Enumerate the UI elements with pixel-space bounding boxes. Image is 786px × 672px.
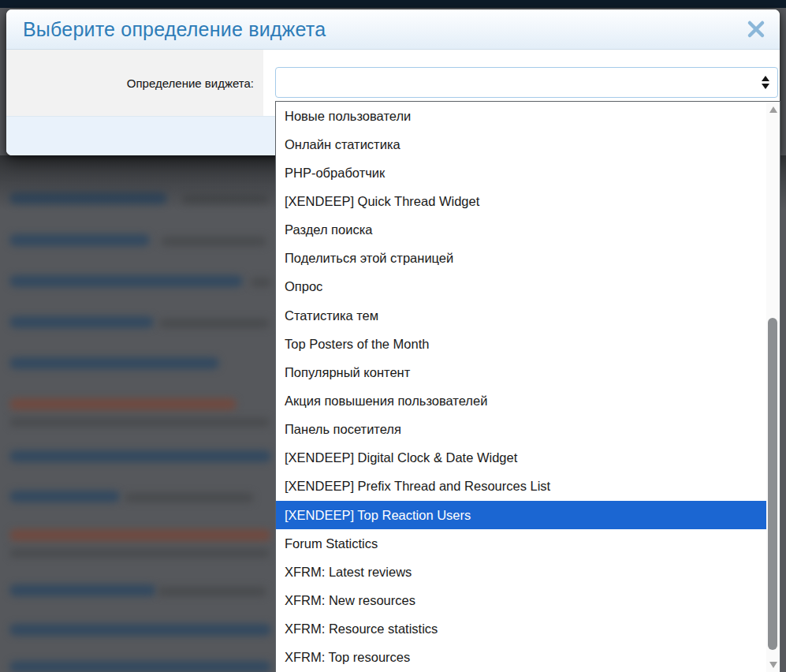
blurred-background-text	[9, 398, 237, 410]
blurred-background-text	[9, 624, 271, 636]
dropdown-option[interactable]: Статистика тем	[276, 301, 766, 330]
blurred-background-text	[159, 319, 270, 328]
widget-options-list: Новые пользователиОнлайн статистикаPHP-о…	[276, 102, 766, 672]
dropdown-option[interactable]: XFRM: Resource statistics	[276, 615, 766, 644]
blurred-background-text	[9, 529, 271, 541]
widget-definition-label: Определение виджета:	[127, 77, 254, 90]
blurred-background-text	[161, 237, 266, 246]
blurred-background-text	[181, 195, 270, 204]
blurred-background-text	[9, 491, 120, 502]
widget-definition-select[interactable]	[275, 67, 778, 98]
modal-title: Выберите определение виджета	[6, 18, 326, 41]
scroll-up-button[interactable]	[766, 103, 780, 116]
dropdown-option[interactable]: Популярный контент	[276, 358, 766, 386]
dropdown-option[interactable]: PHP-обработчик	[276, 159, 766, 187]
scroll-down-icon	[769, 662, 777, 668]
blurred-background-text	[9, 316, 154, 328]
form-label-cell: Определение виджета:	[6, 50, 263, 117]
close-icon	[747, 20, 766, 39]
blurred-background-text	[9, 357, 219, 369]
modal-header: Выберите определение виджета	[6, 9, 780, 50]
dropdown-option[interactable]: [XENDEEP] Digital Clock & Date Widget	[276, 444, 766, 472]
widget-definition-listbox: Новые пользователиОнлайн статистикаPHP-о…	[275, 101, 780, 672]
blurred-background-text	[9, 661, 271, 672]
blurred-background-text	[9, 234, 150, 246]
dropdown-option[interactable]: Акция повышения пользователей	[276, 386, 766, 415]
dropdown-option[interactable]: Новые пользователи	[276, 102, 766, 130]
scroll-up-icon	[769, 106, 777, 113]
dropdown-option[interactable]: Онлайн статистика	[276, 130, 766, 159]
select-spinner-icon	[762, 76, 769, 89]
dropdown-scrollbar[interactable]	[766, 102, 780, 672]
close-button[interactable]	[745, 18, 767, 40]
dropdown-option[interactable]: XFRM: New resources	[276, 586, 766, 614]
dropdown-option[interactable]: XFRM: Latest reviews	[276, 558, 766, 586]
blurred-background-text	[9, 450, 271, 462]
screen: Выберите определение виджета Определение…	[0, 0, 786, 672]
blurred-background-text	[251, 278, 271, 287]
dropdown-option[interactable]: Панель посетителя	[276, 416, 766, 444]
scrollbar-thumb[interactable]	[768, 318, 777, 650]
dropdown-option[interactable]: Forum Statictics	[276, 529, 766, 558]
dropdown-option[interactable]: [XENDEEP] Prefix Thread and Resources Li…	[276, 472, 766, 501]
dropdown-option[interactable]: Top Posters of the Month	[276, 330, 766, 358]
dropdown-option[interactable]: Раздел поиска	[276, 216, 766, 245]
blurred-background-text	[9, 275, 243, 287]
blurred-background-text	[9, 418, 270, 427]
blurred-background-text	[9, 192, 167, 204]
blurred-background-text	[9, 584, 156, 596]
page-header-strip	[0, 0, 786, 8]
dropdown-option[interactable]: Поделиться этой страницей	[276, 245, 766, 273]
dropdown-option-selected[interactable]: [XENDEEP] Top Reaction Users	[276, 501, 766, 529]
blurred-background-text	[125, 493, 254, 502]
dropdown-option[interactable]: [XENDEEP] Quick Thread Widget	[276, 187, 766, 215]
blurred-background-text	[158, 587, 266, 596]
blurred-background-text	[9, 549, 270, 558]
dropdown-option[interactable]: XFRM: Top resources	[276, 644, 766, 672]
dropdown-option[interactable]: Опрос	[276, 273, 766, 301]
scroll-down-button[interactable]	[766, 659, 780, 671]
